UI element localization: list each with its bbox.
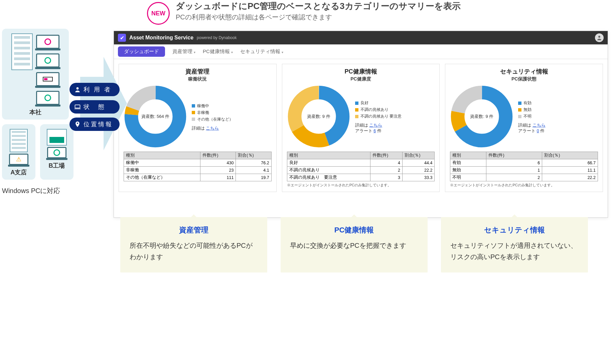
table-row: 良好444.4 xyxy=(287,159,435,167)
alert-suffix: 件 xyxy=(376,129,381,133)
asset-donut-chart: 資産数: 564 件 xyxy=(124,85,187,148)
svg-rect-1 xyxy=(75,105,80,108)
health-donut-center: 資産数: 9 件 xyxy=(307,114,330,120)
laptop-icon xyxy=(36,35,59,49)
account-icon[interactable] xyxy=(595,33,604,42)
user-icon xyxy=(74,86,81,93)
table-row: その他（在庫など）11119.7 xyxy=(124,174,272,181)
attribute-pills: 利 用 者 状 態 位置情報 xyxy=(69,83,120,131)
menu-dashboard-button[interactable]: ダッシュボード xyxy=(118,46,165,57)
menu-security[interactable]: セキュリティ情報 xyxy=(240,48,283,55)
table-row: 不調の兆候あり 要注意333.3 xyxy=(287,174,435,181)
asset-donut-center: 資産数: 564 件 xyxy=(141,114,170,120)
chevron-down-icon xyxy=(231,49,233,54)
card-health-subtitle: PC健康度 xyxy=(287,76,435,82)
health-donut-chart: 資産数: 9 件 xyxy=(287,85,350,148)
chevron-down-icon xyxy=(282,49,283,54)
asset-table: 種別件数(件)割合(％) 稼働中43076.2 非稼働234.1 その他（在庫な… xyxy=(124,152,272,181)
headline-subtitle: PCの利用者や状態の詳細は各ページで確認できます xyxy=(176,13,461,22)
pill-user: 利 用 者 xyxy=(69,83,120,96)
card-asset: 資産管理 稼働状況 資産数: 564 件 稼働中 非稼働 xyxy=(119,64,277,192)
laptop-icon xyxy=(36,91,59,105)
security-alert-link[interactable]: 0 xyxy=(537,129,539,133)
detail-prefix: 詳細は xyxy=(192,126,206,131)
table-row: 稼働中43076.2 xyxy=(124,159,272,167)
pill-location: 位置情報 xyxy=(69,118,120,131)
callout-asset-title: 資産管理 xyxy=(130,225,258,235)
menu-asset-label: 資産管理 xyxy=(172,48,192,55)
th: 種別 xyxy=(287,152,370,159)
table-row: 有効666.7 xyxy=(450,159,598,167)
laptop-icon: ⚠ xyxy=(9,154,28,165)
menu-asset[interactable]: 資産管理 xyxy=(172,48,195,55)
dashboard-app: ✔ Asset Monitoring Service powered by Dy… xyxy=(114,31,608,218)
app-menu: ダッシュボード 資産管理 PC健康情報 セキュリティ情報 xyxy=(114,44,608,59)
alert-suffix: 件 xyxy=(539,129,545,133)
alert-prefix: アラート xyxy=(518,129,536,133)
callout-security: セキュリティ情報 セキュリティソフトが適用されていない、リスクの高いPCを表示し… xyxy=(441,217,588,272)
security-note: ※エージェントがインストールされたPCのみ集計しています。 xyxy=(450,183,598,188)
hq-building-icon xyxy=(11,33,33,70)
security-detail-link[interactable]: こちら xyxy=(532,123,546,128)
app-name: Asset Monitoring Service xyxy=(129,35,193,41)
laptop-icon xyxy=(47,147,66,158)
factory-icon xyxy=(47,129,67,146)
app-powered-by: powered by Dynabook xyxy=(197,35,237,40)
th: 割合(％) xyxy=(403,152,435,159)
callout-security-title: セキュリティ情報 xyxy=(450,225,579,235)
svg-rect-2 xyxy=(74,109,81,109)
callout-security-body: セキュリティソフトが適用されていない、リスクの高いPCを表示します xyxy=(450,240,579,262)
asset-detail-link[interactable]: こちら xyxy=(206,126,219,131)
card-asset-title: 資産管理 xyxy=(124,67,272,75)
th: 件数(件) xyxy=(200,152,236,159)
app-titlebar: ✔ Asset Monitoring Service powered by Dy… xyxy=(114,31,608,44)
menu-security-label: セキュリティ情報 xyxy=(240,48,280,55)
th: 種別 xyxy=(450,152,486,159)
app-logo-icon: ✔ xyxy=(118,34,126,42)
th: 割合(％) xyxy=(236,152,271,159)
legend-item: 不調の兆候あり xyxy=(360,107,389,113)
card-security-subtitle: PC保護状態 xyxy=(450,76,598,82)
svg-point-0 xyxy=(76,87,79,89)
legend-item: 不明 xyxy=(523,114,531,119)
pill-state-label: 状 態 xyxy=(84,103,106,111)
security-donut-center: 資産数: 9 件 xyxy=(470,114,493,120)
alert-prefix: アラート xyxy=(355,129,373,133)
callout-asset: 資産管理 所在不明や紛失などの可能性があるPCがわかります xyxy=(120,217,267,272)
card-security: セキュリティ情報 PC保護状態 資産数: 9 件 有効 無効 xyxy=(445,64,603,192)
security-table: 種別件数(件)割合(％) 有効666.7 無効111.1 不明222.2 xyxy=(450,152,598,181)
callout-health: PC健康情報 早めに交換が必要なPCを把握できます xyxy=(281,217,428,272)
asset-legend: 稼働中 非稼働 その他（在庫など） xyxy=(192,103,233,122)
branch-building-icon xyxy=(10,129,28,152)
windows-note: Windows PCに対応 xyxy=(2,186,112,195)
callouts: 資産管理 所在不明や紛失などの可能性があるPCがわかります PC健康情報 早めに… xyxy=(120,217,588,272)
th: 件数(件) xyxy=(370,152,402,159)
card-security-title: セキュリティ情報 xyxy=(450,67,598,75)
legend-item: 非稼働 xyxy=(197,110,209,116)
legend-item: 稼働中 xyxy=(197,103,209,109)
detail-prefix: 詳細は xyxy=(518,123,532,128)
laptop-icon xyxy=(36,53,59,67)
menu-health[interactable]: PC健康情報 xyxy=(203,48,233,55)
security-legend: 有効 無効 不明 xyxy=(518,100,545,119)
laptop-icon xyxy=(74,104,81,110)
security-donut-chart: 資産数: 9 件 xyxy=(450,85,513,148)
factory-b-label: B工場 xyxy=(49,162,65,170)
card-health-title: PC健康情報 xyxy=(287,67,435,75)
legend-item: 有効 xyxy=(523,100,531,106)
health-detail-link[interactable]: こちら xyxy=(369,123,382,128)
table-row: 不明222.2 xyxy=(450,174,598,181)
pill-user-label: 利 用 者 xyxy=(84,85,112,94)
health-table: 種別件数(件)割合(％) 良好444.4 不調の兆候あり222.2 不調の兆候あ… xyxy=(287,152,435,181)
detail-prefix: 詳細は xyxy=(355,123,369,128)
pin-icon xyxy=(74,121,81,128)
svg-point-4 xyxy=(598,36,600,38)
card-health: PC健康情報 PC健康度 資産数: 9 件 良好 不調の兆候あり xyxy=(282,64,440,192)
headline: NEW ダッシュボードにPC管理のベースとなる3カテゴリーのサマリーを表示 PC… xyxy=(147,0,461,25)
headline-title: ダッシュボードにPC管理のベースとなる3カテゴリーのサマリーを表示 xyxy=(176,0,461,12)
legend-item: その他（在庫など） xyxy=(197,117,233,122)
th: 件数(件) xyxy=(486,152,542,159)
branch-a-label: A支店 xyxy=(11,168,27,176)
pill-location-label: 位置情報 xyxy=(84,120,113,128)
dashboard-cards: 資産管理 稼働状況 資産数: 564 件 稼働中 非稼働 xyxy=(114,59,608,197)
